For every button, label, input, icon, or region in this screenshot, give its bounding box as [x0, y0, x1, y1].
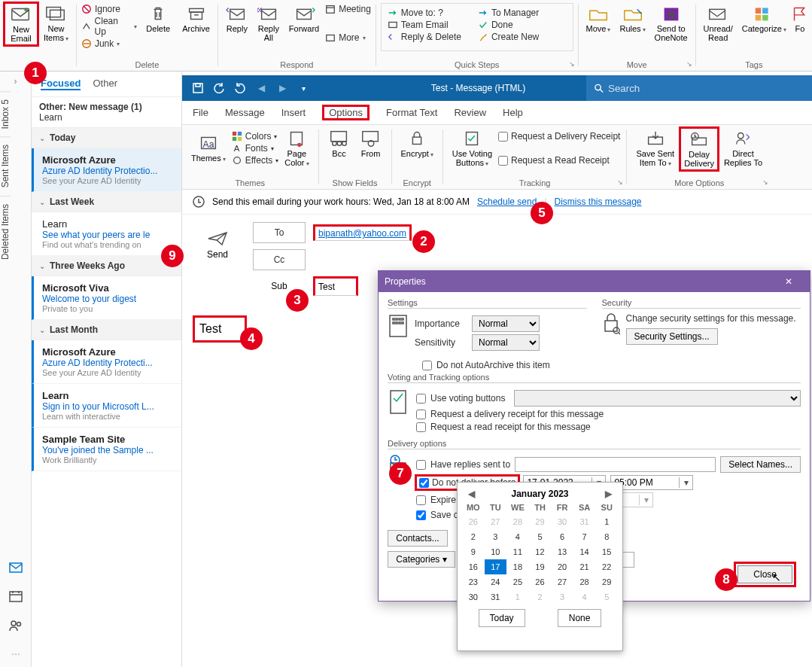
delete-button[interactable]: Delete — [143, 3, 173, 50]
direct-replies-button[interactable]: Direct Replies To — [721, 128, 765, 170]
menu-insert[interactable]: Insert — [281, 107, 306, 118]
cal-today[interactable]: Today — [479, 609, 525, 627]
menu-file[interactable]: File — [193, 107, 208, 118]
select-names-button[interactable]: Select Names... — [720, 456, 801, 473]
reply-button[interactable]: Reply — [223, 3, 251, 44]
cal-day[interactable]: 30 — [462, 589, 485, 605]
cal-day[interactable]: 7 — [573, 529, 596, 544]
encrypt-button[interactable]: Encrypt — [398, 128, 436, 160]
cal-day[interactable]: 27 — [551, 574, 573, 589]
qs-team-email[interactable]: Team Email — [388, 19, 461, 31]
have-replies-input[interactable] — [515, 457, 716, 472]
cal-day[interactable]: 30 — [551, 514, 573, 529]
menu-options[interactable]: Options — [322, 105, 370, 120]
qs-reply-delete[interactable]: Reply & Delete — [388, 31, 461, 43]
cal-day[interactable]: 25 — [506, 574, 529, 589]
cal-day[interactable]: 24 — [485, 574, 507, 589]
message-item[interactable]: Sample Team SiteYou've joined the Sample… — [32, 428, 181, 471]
cal-day[interactable]: 28 — [573, 574, 596, 589]
group-header[interactable]: Last Week — [32, 192, 181, 212]
more-options-launcher[interactable]: ↘ — [762, 178, 768, 186]
new-email-button[interactable]: New Email — [3, 2, 39, 47]
expires-check[interactable] — [416, 495, 426, 505]
use-voting-check[interactable]: Use voting buttons — [416, 390, 801, 407]
cal-day[interactable]: 4 — [506, 529, 529, 544]
qs-to-manager[interactable]: To Manager — [478, 7, 539, 19]
menu-review[interactable]: Review — [454, 107, 486, 118]
categorize-button[interactable]: Categorize — [739, 3, 789, 44]
message-item[interactable]: Microsoft AzureAzure AD Identity Protect… — [32, 340, 181, 384]
tracking-launcher[interactable]: ↘ — [617, 178, 623, 186]
cal-day[interactable]: 2 — [529, 589, 552, 605]
cal-day[interactable]: 13 — [551, 544, 573, 559]
cal-day[interactable]: 19 — [529, 559, 552, 574]
message-item[interactable]: Microsoft AzureAzure AD Identity Protect… — [32, 148, 181, 192]
to-field[interactable]: bipanath@yahoo.com — [313, 224, 412, 241]
rail-mail-icon[interactable] — [0, 555, 32, 583]
cal-next[interactable]: ▶ — [602, 489, 615, 499]
cal-day[interactable]: 10 — [485, 544, 507, 559]
rules-button[interactable]: Rules — [616, 3, 648, 44]
effects-button[interactable]: Effects▾ — [232, 154, 278, 166]
security-settings-button[interactable]: Security Settings... — [626, 328, 718, 345]
fonts-button[interactable]: AFonts▾ — [232, 142, 278, 154]
cal-day[interactable]: 11 — [506, 544, 529, 559]
qat-save-icon[interactable] — [190, 80, 206, 96]
save-copy-check[interactable] — [416, 510, 426, 520]
qs-create-new[interactable]: Create New — [478, 31, 539, 43]
body-text[interactable]: Test — [193, 315, 247, 343]
cal-day[interactable]: 9 — [462, 544, 485, 559]
cal-day[interactable]: 3 — [551, 589, 573, 605]
cal-prev[interactable]: ◀ — [465, 489, 478, 499]
colors-button[interactable]: Colors▾ — [232, 130, 278, 142]
group-header[interactable]: Today — [32, 128, 181, 148]
contacts-button[interactable]: Contacts... — [388, 530, 448, 547]
meeting-button[interactable]: Meeting — [325, 3, 371, 15]
cal-day[interactable]: 28 — [506, 514, 529, 529]
compose-search[interactable] — [586, 75, 812, 101]
voting-delivery-check[interactable]: Request a delivery receipt for this mess… — [416, 409, 801, 419]
delay-delivery-button[interactable]: Delay Delivery — [679, 126, 719, 172]
do-not-deliver-check[interactable] — [419, 478, 429, 488]
voting-read-check[interactable]: Request a read receipt for this message — [416, 422, 801, 432]
move-button[interactable]: Move — [583, 3, 614, 44]
qat-redo-icon[interactable] — [232, 80, 248, 96]
cal-day[interactable]: 1 — [506, 589, 529, 605]
to-button[interactable]: To — [253, 222, 306, 243]
cal-day[interactable]: 20 — [551, 559, 573, 574]
compose-search-input[interactable] — [608, 83, 804, 94]
qat-undo-icon[interactable] — [211, 80, 227, 96]
qat-next-icon[interactable]: ▶ — [274, 80, 290, 96]
tab-focused[interactable]: Focused — [41, 78, 81, 90]
themes-button[interactable]: AaThemes — [188, 132, 229, 165]
new-items-button[interactable]: New Items — [41, 3, 71, 45]
page-color-button[interactable]: Page Color — [281, 128, 312, 169]
onenote-button[interactable]: NSend to OneNote — [652, 3, 691, 44]
sensitivity-select[interactable]: Normal — [472, 334, 540, 351]
voting-button[interactable]: Use Voting Buttons — [449, 128, 495, 169]
qs-move-to[interactable]: Move to: ? — [388, 7, 461, 19]
other-banner[interactable]: Other: New message (1) Learn — [32, 97, 181, 128]
autoarchive-check[interactable]: Do not AutoArchive this item — [422, 360, 801, 370]
cal-day[interactable]: 3 — [485, 529, 507, 544]
importance-select[interactable]: Normal — [472, 315, 540, 332]
tab-other[interactable]: Other — [93, 78, 117, 90]
forward-button[interactable]: Forward — [286, 3, 322, 44]
cal-day[interactable]: 29 — [595, 574, 618, 589]
cal-day[interactable]: 31 — [485, 589, 507, 605]
qat-customize-icon[interactable]: ▾ — [295, 80, 312, 96]
cal-day[interactable]: 26 — [529, 574, 552, 589]
cal-day[interactable]: 14 — [573, 544, 596, 559]
cal-day[interactable]: 16 — [462, 559, 485, 574]
cal-day[interactable]: 5 — [529, 529, 552, 544]
cal-day[interactable]: 26 — [462, 514, 485, 529]
read-receipt-check[interactable]: Request a Read Receipt — [498, 154, 620, 167]
from-button[interactable]: From — [357, 128, 385, 160]
cal-day[interactable]: 4 — [573, 589, 596, 605]
close-button[interactable]: Close — [737, 565, 792, 583]
rail-more-icon[interactable]: ⋯ — [0, 641, 32, 667]
group-header[interactable]: Last Month — [32, 320, 181, 340]
ignore-button[interactable]: Ignore — [81, 3, 137, 15]
quick-steps-launcher[interactable]: ↘ — [569, 60, 575, 68]
group-header[interactable]: Three Weeks Ago — [32, 256, 181, 276]
